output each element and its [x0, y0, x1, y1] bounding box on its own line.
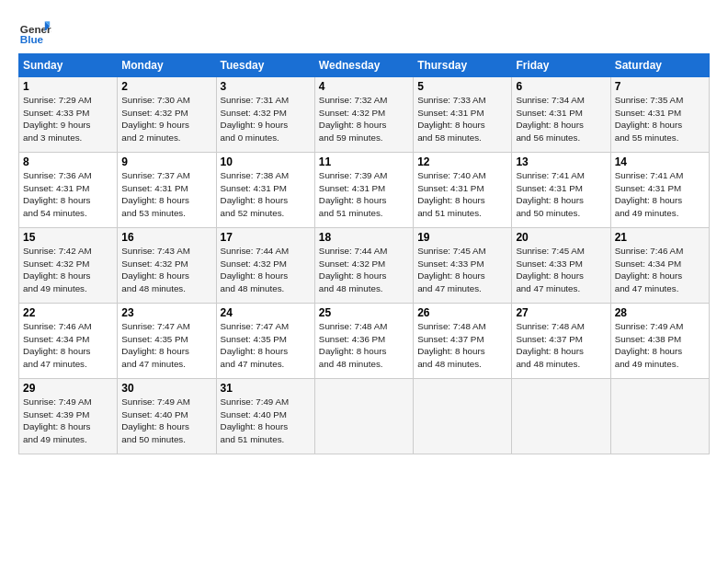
day-number: 11: [319, 155, 409, 168]
day-number: 17: [221, 231, 311, 244]
calendar-cell: 12Sunrise: 7:40 AM Sunset: 4:31 PM Dayli…: [414, 153, 512, 228]
calendar-cell: 6Sunrise: 7:34 AM Sunset: 4:31 PM Daylig…: [512, 77, 610, 153]
calendar: SundayMondayTuesdayWednesdayThursdayFrid…: [18, 53, 710, 454]
calendar-cell: 1Sunrise: 7:29 AM Sunset: 4:33 PM Daylig…: [19, 77, 118, 153]
calendar-cell: 9Sunrise: 7:37 AM Sunset: 4:31 PM Daylig…: [118, 153, 216, 228]
day-info: Sunrise: 7:29 AM Sunset: 4:33 PM Dayligh…: [23, 94, 113, 144]
calendar-cell: 14Sunrise: 7:41 AM Sunset: 4:31 PM Dayli…: [610, 153, 709, 228]
calendar-header-row: SundayMondayTuesdayWednesdayThursdayFrid…: [19, 54, 710, 77]
page: General Blue SundayMondayTuesdayWednesda…: [0, 0, 728, 563]
day-info: Sunrise: 7:47 AM Sunset: 4:35 PM Dayligh…: [221, 320, 311, 371]
day-number: 21: [615, 231, 705, 244]
day-info: Sunrise: 7:45 AM Sunset: 4:33 PM Dayligh…: [417, 245, 507, 295]
day-info: Sunrise: 7:37 AM Sunset: 4:31 PM Dayligh…: [121, 169, 211, 220]
day-number: 4: [319, 80, 409, 93]
calendar-cell: 23Sunrise: 7:47 AM Sunset: 4:35 PM Dayli…: [118, 304, 216, 379]
day-number: 15: [23, 231, 113, 244]
day-number: 24: [221, 306, 311, 319]
day-info: Sunrise: 7:49 AM Sunset: 4:40 PM Dayligh…: [121, 396, 211, 446]
day-info: Sunrise: 7:45 AM Sunset: 4:33 PM Dayligh…: [516, 245, 606, 295]
day-number: 14: [615, 155, 705, 168]
day-info: Sunrise: 7:41 AM Sunset: 4:31 PM Dayligh…: [615, 169, 705, 220]
calendar-cell: 26Sunrise: 7:48 AM Sunset: 4:37 PM Dayli…: [414, 304, 512, 379]
day-info: Sunrise: 7:44 AM Sunset: 4:32 PM Dayligh…: [319, 245, 409, 295]
day-number: 10: [221, 155, 311, 168]
day-info: Sunrise: 7:44 AM Sunset: 4:32 PM Dayligh…: [221, 245, 311, 295]
day-info: Sunrise: 7:33 AM Sunset: 4:31 PM Dayligh…: [417, 94, 507, 144]
day-number: 27: [516, 306, 606, 319]
day-number: 7: [615, 80, 705, 93]
calendar-cell: 11Sunrise: 7:39 AM Sunset: 4:31 PM Dayli…: [314, 153, 413, 228]
day-header-thursday: Thursday: [414, 54, 512, 77]
day-number: 31: [221, 382, 311, 395]
day-info: Sunrise: 7:36 AM Sunset: 4:31 PM Dayligh…: [23, 169, 113, 220]
day-header-monday: Monday: [118, 54, 216, 77]
calendar-week-row: 22Sunrise: 7:46 AM Sunset: 4:34 PM Dayli…: [19, 304, 710, 379]
calendar-cell: 10Sunrise: 7:38 AM Sunset: 4:31 PM Dayli…: [216, 153, 314, 228]
calendar-cell: [314, 379, 413, 454]
day-info: Sunrise: 7:46 AM Sunset: 4:34 PM Dayligh…: [615, 245, 705, 295]
calendar-cell: 31Sunrise: 7:49 AM Sunset: 4:40 PM Dayli…: [216, 379, 314, 454]
calendar-week-row: 8Sunrise: 7:36 AM Sunset: 4:31 PM Daylig…: [19, 153, 710, 228]
day-header-sunday: Sunday: [19, 54, 118, 77]
day-info: Sunrise: 7:41 AM Sunset: 4:31 PM Dayligh…: [516, 169, 606, 220]
logo: General Blue: [18, 15, 55, 48]
day-number: 28: [615, 306, 705, 319]
day-info: Sunrise: 7:43 AM Sunset: 4:32 PM Dayligh…: [121, 245, 211, 295]
calendar-cell: 2Sunrise: 7:30 AM Sunset: 4:32 PM Daylig…: [118, 77, 216, 153]
day-info: Sunrise: 7:49 AM Sunset: 4:40 PM Dayligh…: [221, 396, 311, 446]
day-number: 19: [417, 231, 507, 244]
calendar-cell: 19Sunrise: 7:45 AM Sunset: 4:33 PM Dayli…: [414, 228, 512, 304]
day-number: 29: [23, 382, 113, 395]
calendar-cell: 3Sunrise: 7:31 AM Sunset: 4:32 PM Daylig…: [216, 77, 314, 153]
day-number: 5: [417, 80, 507, 93]
calendar-cell: 27Sunrise: 7:48 AM Sunset: 4:37 PM Dayli…: [512, 304, 610, 379]
calendar-cell: 4Sunrise: 7:32 AM Sunset: 4:32 PM Daylig…: [314, 77, 413, 153]
day-info: Sunrise: 7:31 AM Sunset: 4:32 PM Dayligh…: [221, 94, 311, 144]
day-number: 16: [121, 231, 211, 244]
day-info: Sunrise: 7:48 AM Sunset: 4:37 PM Dayligh…: [417, 320, 507, 371]
day-number: 18: [319, 231, 409, 244]
day-info: Sunrise: 7:49 AM Sunset: 4:38 PM Dayligh…: [615, 320, 705, 371]
day-number: 13: [516, 155, 606, 168]
day-info: Sunrise: 7:34 AM Sunset: 4:31 PM Dayligh…: [516, 94, 606, 144]
day-info: Sunrise: 7:46 AM Sunset: 4:34 PM Dayligh…: [23, 320, 113, 371]
day-info: Sunrise: 7:32 AM Sunset: 4:32 PM Dayligh…: [319, 94, 409, 144]
calendar-cell: 24Sunrise: 7:47 AM Sunset: 4:35 PM Dayli…: [216, 304, 314, 379]
day-header-friday: Friday: [512, 54, 610, 77]
calendar-cell: 29Sunrise: 7:49 AM Sunset: 4:39 PM Dayli…: [19, 379, 118, 454]
calendar-cell: 13Sunrise: 7:41 AM Sunset: 4:31 PM Dayli…: [512, 153, 610, 228]
day-number: 1: [23, 80, 113, 93]
calendar-cell: 22Sunrise: 7:46 AM Sunset: 4:34 PM Dayli…: [19, 304, 118, 379]
day-number: 20: [516, 231, 606, 244]
logo-icon: General Blue: [18, 15, 51, 48]
day-info: Sunrise: 7:48 AM Sunset: 4:36 PM Dayligh…: [319, 320, 409, 371]
day-info: Sunrise: 7:38 AM Sunset: 4:31 PM Dayligh…: [221, 169, 311, 220]
svg-text:Blue: Blue: [20, 33, 44, 45]
day-number: 12: [417, 155, 507, 168]
day-header-tuesday: Tuesday: [216, 54, 314, 77]
calendar-week-row: 15Sunrise: 7:42 AM Sunset: 4:32 PM Dayli…: [19, 228, 710, 304]
day-info: Sunrise: 7:39 AM Sunset: 4:31 PM Dayligh…: [319, 169, 409, 220]
day-number: 23: [121, 306, 211, 319]
day-header-saturday: Saturday: [610, 54, 709, 77]
calendar-cell: 7Sunrise: 7:35 AM Sunset: 4:31 PM Daylig…: [610, 77, 709, 153]
day-info: Sunrise: 7:49 AM Sunset: 4:39 PM Dayligh…: [23, 396, 113, 446]
calendar-cell: 25Sunrise: 7:48 AM Sunset: 4:36 PM Dayli…: [314, 304, 413, 379]
calendar-cell: 28Sunrise: 7:49 AM Sunset: 4:38 PM Dayli…: [610, 304, 709, 379]
day-number: 2: [121, 80, 211, 93]
calendar-cell: 18Sunrise: 7:44 AM Sunset: 4:32 PM Dayli…: [314, 228, 413, 304]
day-number: 26: [417, 306, 507, 319]
calendar-cell: 21Sunrise: 7:46 AM Sunset: 4:34 PM Dayli…: [610, 228, 709, 304]
calendar-cell: [414, 379, 512, 454]
day-info: Sunrise: 7:47 AM Sunset: 4:35 PM Dayligh…: [121, 320, 211, 371]
calendar-cell: 15Sunrise: 7:42 AM Sunset: 4:32 PM Dayli…: [19, 228, 118, 304]
calendar-cell: [610, 379, 709, 454]
day-header-wednesday: Wednesday: [314, 54, 413, 77]
calendar-cell: 8Sunrise: 7:36 AM Sunset: 4:31 PM Daylig…: [19, 153, 118, 228]
day-info: Sunrise: 7:35 AM Sunset: 4:31 PM Dayligh…: [615, 94, 705, 144]
day-number: 30: [121, 382, 211, 395]
calendar-cell: 30Sunrise: 7:49 AM Sunset: 4:40 PM Dayli…: [118, 379, 216, 454]
day-number: 25: [319, 306, 409, 319]
calendar-cell: 16Sunrise: 7:43 AM Sunset: 4:32 PM Dayli…: [118, 228, 216, 304]
